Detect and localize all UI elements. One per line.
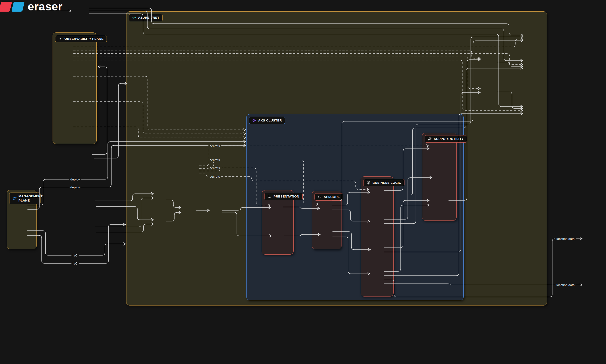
management-badge-label: MANAGEMENT PLANE xyxy=(18,194,43,203)
edge-label-location-here: location data xyxy=(555,237,576,241)
wrench-icon xyxy=(428,137,432,141)
eraser-logo-text: eraser xyxy=(28,0,63,13)
container-management[interactable]: MANAGEMENT PLANE xyxy=(7,190,37,249)
edge-label-keyvault-righttrack-secrets: secrets xyxy=(208,175,221,178)
pulse-icon xyxy=(59,37,63,41)
vnet-icon xyxy=(132,16,136,20)
observability-badge: OBSERVABILITY PLANE xyxy=(55,35,107,42)
container-observability[interactable]: OBSERVABILITY PLANE xyxy=(52,32,97,144)
management-badge: MANAGEMENT PLANE xyxy=(9,193,40,204)
vnet-badge-label: AZURE VNET xyxy=(138,16,159,19)
support-badge: SUPPORT/UTILITY xyxy=(425,135,467,143)
devops-mini-icon xyxy=(13,196,17,200)
presentation-badge-label: PRESENTATION xyxy=(273,195,299,198)
presentation-badge: PRESENTATION xyxy=(264,193,303,200)
layers-icon xyxy=(367,181,371,185)
edge-label-terraform-vnet-iac-1: IaC xyxy=(71,254,79,257)
container-business[interactable]: BUSINESS LOGIC xyxy=(361,176,394,297)
aks-badge: AKS CLUSTER xyxy=(249,117,285,124)
container-presentation[interactable]: PRESENTATION xyxy=(262,190,294,255)
aks-badge-label: AKS CLUSTER xyxy=(258,119,282,122)
edge-label-keyvault-dashboard-secrets: secrets xyxy=(208,166,221,170)
eraser-logo: eraser xyxy=(0,0,63,13)
observability-badge-label: OBSERVABILITY PLANE xyxy=(64,37,103,40)
apicore-badge-label: API/CORE xyxy=(324,195,340,199)
edge-label-terraform-vnet-iac-2: IaC xyxy=(71,262,79,265)
edge-label-location-google: location data xyxy=(555,283,576,287)
aks-icon xyxy=(252,118,256,122)
business-badge-label: BUSINESS LOGIC xyxy=(373,181,401,184)
container-support[interactable]: SUPPORT/UTILITY xyxy=(422,133,457,221)
edge-label-keyvault-storage-secrets: secrets xyxy=(208,144,221,148)
business-badge: BUSINESS LOGIC xyxy=(363,179,404,186)
edge-label-devops-aks-deploy-2: deploy xyxy=(69,185,81,189)
monitor-icon xyxy=(268,195,272,198)
edge-admins-vnet[interactable] xyxy=(94,83,127,158)
diagram-canvas: eraser AZURE VNETOBSERVABILITY PLANEMANA… xyxy=(0,0,606,364)
vnet-badge: AZURE VNET xyxy=(129,14,163,21)
eraser-logo-red-shape xyxy=(0,2,12,12)
code-icon xyxy=(318,195,322,199)
container-apicore[interactable]: API/CORE xyxy=(312,191,341,249)
apicore-badge: API/CORE xyxy=(314,193,343,201)
edge-label-keyvault-integration-secrets: secrets xyxy=(208,158,221,162)
support-badge-label: SUPPORT/UTILITY xyxy=(434,137,464,141)
eraser-logo-blue-shape xyxy=(11,2,25,12)
edge-label-devops-aks-deploy-1: deploy xyxy=(69,178,81,181)
